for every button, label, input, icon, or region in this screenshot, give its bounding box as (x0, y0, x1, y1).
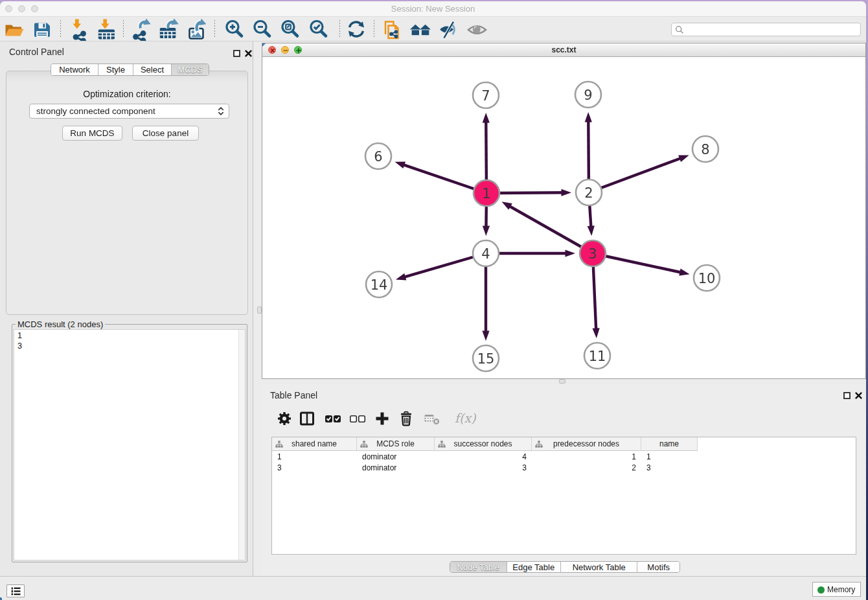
run-mcds-button[interactable]: Run MCDS (62, 126, 122, 141)
graph-node-label: 15 (477, 351, 495, 367)
horizontal-splitter-handle[interactable] (559, 379, 565, 384)
memory-button[interactable]: Memory (812, 582, 861, 597)
table-row[interactable]: 3dominator323 (272, 462, 856, 473)
toolbar-separator (374, 20, 374, 38)
graph-node-15[interactable]: 15 (473, 345, 499, 371)
zoom-out-button[interactable] (252, 19, 274, 41)
graph-edge-arrow (593, 328, 600, 338)
zoom-in-button[interactable] (224, 19, 246, 41)
open-session-button[interactable] (3, 19, 25, 41)
close-panel-button[interactable]: Close panel (132, 126, 199, 141)
memory-status-icon (817, 586, 825, 594)
search-input[interactable] (671, 23, 861, 36)
network-window-titlebar: scc.txt (262, 43, 865, 57)
graph-node-label: 7 (481, 88, 490, 104)
table-panel-float-button[interactable] (843, 390, 851, 397)
criterion-dropdown[interactable]: strongly connected component (29, 104, 229, 119)
status-bar: Memory (0, 576, 866, 600)
graph-edge-arrow (679, 269, 689, 276)
graph-node-label: 3 (588, 246, 597, 262)
table-settings-button[interactable] (276, 410, 293, 427)
home-button[interactable] (409, 19, 431, 41)
control-panel: Control Panel NetworkStyleSelectMCDS Opt… (0, 41, 253, 576)
node-table[interactable]: shared nameMCDS rolesuccessor nodesprede… (271, 437, 856, 555)
import-network-button[interactable] (68, 19, 90, 41)
search-icon (675, 25, 684, 34)
graph-node-2[interactable]: 2 (576, 179, 602, 205)
graph-edge-arrow (395, 161, 405, 168)
graph-node-1[interactable]: 1 (474, 180, 499, 206)
column-header-MCDS-role[interactable]: MCDS role (357, 437, 435, 451)
import-table-button[interactable] (96, 19, 118, 41)
table-cell: 3 (435, 462, 532, 473)
zoom-selected-button[interactable] (308, 19, 330, 41)
task-history-button[interactable] (6, 584, 25, 597)
table-cell: 2 (532, 462, 641, 473)
graph-edge-arrow (561, 189, 571, 196)
refresh-button[interactable] (345, 19, 367, 41)
export-network-button[interactable] (131, 19, 153, 41)
tab-network-table[interactable]: Network Table (560, 562, 637, 572)
add-column-button[interactable] (374, 410, 391, 427)
tab-motifs[interactable]: Motifs (637, 562, 680, 572)
show-graphics-details-button[interactable] (466, 19, 488, 41)
node-table-header: shared nameMCDS rolesuccessor nodesprede… (272, 437, 856, 451)
graph-node-6[interactable]: 6 (365, 143, 391, 169)
control-panel-close-button[interactable] (245, 48, 252, 55)
graph-node-label: 14 (371, 277, 388, 293)
graph-node-3[interactable]: 3 (580, 240, 606, 266)
table-panel-title: Table Panel (270, 390, 317, 400)
column-header-shared-name[interactable]: shared name (272, 437, 357, 451)
graph-node-4[interactable]: 4 (473, 240, 499, 266)
graph-node-10[interactable]: 10 (694, 265, 720, 291)
graph-edge-2-8[interactable] (589, 158, 680, 192)
graph-edge-3-1[interactable] (510, 206, 593, 253)
graph-node-7[interactable]: 7 (473, 82, 499, 108)
zoom-fit-button[interactable] (280, 19, 302, 41)
mcds-result-textarea[interactable]: 13 (14, 329, 246, 560)
task-list-icon (11, 587, 21, 595)
graph-node-9[interactable]: 9 (575, 82, 601, 108)
control-panel-float-button[interactable] (233, 48, 240, 55)
export-image-button[interactable] (187, 19, 209, 41)
delete-column-button[interactable] (398, 410, 415, 427)
split-columns-button[interactable] (299, 410, 315, 427)
network-window-resize-corner (262, 43, 266, 47)
export-table-button[interactable] (158, 19, 180, 41)
tab-node-table[interactable]: Node Table (450, 562, 507, 572)
control-panel-title: Control Panel (9, 47, 64, 57)
mcds-panel: Optimization criterion: strongly connect… (6, 71, 248, 315)
tab-mcds[interactable]: MCDS (171, 64, 209, 75)
save-session-button[interactable] (31, 19, 53, 41)
network-window-title: scc.txt (262, 45, 865, 54)
memory-button-label: Memory (827, 585, 855, 594)
mcds-result-title: MCDS result (2 nodes) (16, 319, 105, 329)
tab-edge-table[interactable]: Edge Table (507, 562, 561, 572)
column-header-name[interactable]: name (641, 437, 698, 451)
deselect-all-columns-button[interactable] (349, 410, 366, 427)
graph-node-14[interactable]: 14 (366, 271, 392, 297)
graph-node-11[interactable]: 11 (584, 343, 610, 369)
mcds-result-scrollbar[interactable] (238, 330, 245, 560)
tab-style[interactable]: Style (98, 64, 133, 75)
graph-node-label: 1 (482, 186, 490, 202)
select-all-columns-button[interactable] (325, 410, 341, 427)
graph-edge-arrow (396, 273, 406, 281)
hide-graphics-details-button[interactable] (438, 19, 460, 41)
network-view-window: scc.txt 1234678910111415 (262, 43, 866, 379)
network-graph-canvas[interactable]: 1234678910111415 (262, 57, 865, 378)
dropdown-arrows-icon (216, 106, 225, 116)
table-row[interactable]: 1dominator411 (272, 451, 856, 462)
column-header-successor-nodes[interactable]: successor nodes (435, 437, 532, 451)
new-network-from-selection-button[interactable] (381, 19, 403, 41)
table-panel: Table Panel f(x) shared nameMCDS rolesuc… (262, 384, 866, 576)
table-panel-close-button[interactable] (855, 390, 862, 397)
vertical-splitter-handle[interactable] (257, 306, 262, 314)
graph-node-8[interactable]: 8 (692, 136, 718, 162)
table-cell: 1 (532, 451, 641, 462)
column-header-predecessor-nodes[interactable]: predecessor nodes (532, 437, 641, 451)
control-panel-tabstrip: NetworkStyleSelectMCDS (51, 63, 209, 76)
tab-network[interactable]: Network (51, 64, 98, 75)
table-cell: 1 (641, 451, 698, 462)
tab-select[interactable]: Select (133, 64, 171, 75)
